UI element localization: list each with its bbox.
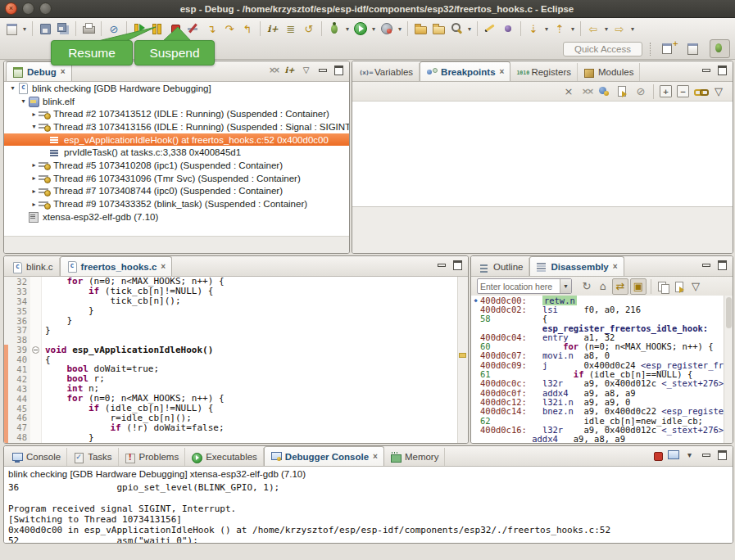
skip-all-breakpoints-icon[interactable]: ⊘ [633, 84, 649, 100]
debug-tree-row[interactable]: xtensa-esp32-elf-gdb (7.10) [4, 210, 349, 224]
collapse-all-icon[interactable]: − [677, 85, 689, 97]
next-annotation-icon[interactable]: ⇣ [525, 20, 542, 37]
minimize-icon[interactable] [699, 63, 713, 77]
export-icon[interactable] [672, 279, 687, 294]
tab-problems[interactable]: Problems [119, 448, 186, 466]
fold-collapse-icon[interactable] [32, 346, 39, 354]
editor-overview-ruler[interactable] [457, 277, 468, 443]
skip-all-breakpoints-icon[interactable]: ⊘ [106, 20, 122, 37]
save-icon[interactable] [37, 20, 53, 37]
back-history-icon[interactable]: ⇦ [585, 20, 601, 37]
tab-disassembly[interactable]: Disassembly× [529, 256, 624, 276]
expander-icon[interactable]: ▸ [29, 161, 39, 169]
expander-icon[interactable]: ▸ [29, 174, 39, 182]
instruction-stepping-mode-icon[interactable]: i+ [283, 63, 297, 77]
maximize-icon[interactable] [715, 448, 729, 462]
window-close-button[interactable]: × [5, 2, 17, 15]
close-icon[interactable]: × [500, 67, 505, 76]
tab-breakpoints[interactable]: Breakpoints× [420, 61, 510, 81]
debug-dropdown-icon[interactable]: ▾ [343, 25, 352, 33]
breakpoints-list[interactable] [352, 102, 733, 206]
close-icon[interactable]: × [161, 262, 166, 271]
window-minimize-button[interactable] [22, 2, 34, 15]
debug-tree-row[interactable]: ▾blink checking [GDB Hardware Debugging] [4, 82, 349, 95]
open-perspective-icon[interactable] [659, 39, 679, 58]
debug-tree-row[interactable]: esp_vApplicationIdleHook() at freertos_h… [4, 133, 349, 147]
sync-with-context-icon[interactable]: ⇄ [612, 278, 628, 295]
refresh-view-icon[interactable]: ↻ [579, 279, 594, 294]
instruction-stepping-icon[interactable]: i+ [265, 20, 281, 37]
expander-icon[interactable]: ▾ [19, 97, 28, 105]
profile-dropdown-icon[interactable]: ▾ [396, 25, 404, 33]
step-over-icon[interactable]: ↷ [221, 20, 238, 37]
expander-icon[interactable]: ▸ [29, 187, 39, 195]
annotation-marker[interactable] [459, 353, 466, 358]
debug-perspective-icon[interactable] [710, 39, 730, 58]
debug-tree-row[interactable]: ▸Thread #7 1073408744 (ipc0) (Suspended … [4, 185, 349, 198]
cpp-perspective-icon[interactable] [684, 39, 705, 58]
previous-annotation-icon[interactable]: ⇡ [551, 20, 568, 37]
close-icon[interactable]: × [61, 67, 66, 76]
mark-occurrences-icon[interactable] [482, 20, 498, 37]
open-resource-icon[interactable] [430, 20, 447, 37]
expand-all-icon[interactable]: + [660, 85, 672, 97]
console-output[interactable]: blink checking [GDB Hardware Debugging] … [4, 467, 733, 543]
open-project-icon[interactable] [412, 20, 429, 37]
run-icon[interactable] [352, 20, 369, 37]
tab-debugger-console[interactable]: Debugger Console× [264, 446, 384, 466]
combo-dropdown-icon[interactable]: ▼ [560, 279, 571, 293]
minimize-icon[interactable] [699, 448, 713, 462]
debug-tree-row[interactable]: ▾blink.elf [4, 95, 349, 108]
maximize-icon[interactable] [715, 63, 729, 77]
debug-tree-row[interactable]: prvIdleTask() at tasks.c:3,338 0x400845d… [4, 146, 349, 159]
debug-tree-row[interactable]: ▾Thread #3 1073413156 (IDLE : Running) (… [4, 120, 349, 133]
search-icon[interactable] [448, 20, 465, 37]
minimize-icon[interactable] [434, 258, 448, 272]
debug-hscrollbar[interactable] [4, 236, 349, 253]
quick-access-input[interactable]: Quick Access [563, 42, 642, 56]
maximize-icon[interactable] [332, 63, 346, 77]
show-debug-sourcelines-icon[interactable]: ≣ [283, 20, 299, 37]
disassembly-scrollbar[interactable] [724, 296, 733, 443]
restart-icon[interactable]: ↺ [301, 20, 317, 37]
remove-all-terminated-icon[interactable]: ×× [266, 63, 280, 77]
resume-icon[interactable] [131, 20, 147, 37]
remove-selected-breakpoints-icon[interactable]: × [560, 84, 577, 100]
minimize-icon[interactable] [699, 258, 713, 272]
view-menu-icon[interactable]: ▽ [710, 84, 727, 100]
expander-icon[interactable]: ▾ [29, 123, 39, 130]
go-to-file-for-breakpoint-icon[interactable] [615, 84, 631, 100]
location-input[interactable]: Enter location here [478, 282, 560, 291]
new-wizard-icon[interactable] [3, 20, 20, 37]
expander-icon[interactable]: ▸ [29, 201, 39, 208]
maximize-icon[interactable] [715, 258, 729, 272]
back-history-dropdown-icon[interactable]: ▾ [602, 25, 610, 33]
tab-registers[interactable]: Registers [510, 63, 578, 81]
step-into-icon[interactable]: ↴ [203, 20, 220, 37]
tab-modules[interactable]: Modules [578, 63, 640, 81]
view-menu-icon[interactable]: ▽ [299, 63, 313, 77]
next-annotation-dropdown-icon[interactable]: ▾ [542, 25, 551, 33]
debug-tree-row[interactable]: ▸Thread #9 1073433352 (blink_task) (Susp… [4, 197, 349, 210]
print-icon[interactable] [80, 20, 97, 37]
view-menu-icon[interactable]: ▽ [688, 279, 703, 294]
window-maximize-button[interactable] [39, 2, 52, 15]
location-combo[interactable]: Enter location here ▼ [477, 278, 572, 294]
tab-console[interactable]: Console [6, 448, 67, 466]
tab-freertos-hooks-c[interactable]: freertos_hooks.c× [60, 256, 173, 276]
search-dropdown-icon[interactable]: ▾ [465, 25, 474, 33]
console-dropdown-icon[interactable]: ▾ [683, 448, 696, 462]
scrollbar-thumb[interactable] [726, 297, 732, 328]
tab-blink-c[interactable]: blink.c [6, 258, 60, 276]
display-selected-console-icon[interactable] [666, 448, 680, 462]
disassembly-code[interactable]: ◆400d0c00: retw.n400d0c02: lsi f0, a0, 2… [471, 296, 724, 443]
tab-tasks[interactable]: Tasks [67, 448, 118, 466]
expander-icon[interactable]: ▸ [29, 111, 39, 118]
tab-executables[interactable]: Executables [185, 448, 264, 466]
previous-annotation-dropdown-icon[interactable]: ▾ [569, 25, 577, 33]
debug-tree[interactable]: ▾blink checking [GDB Hardware Debugging]… [4, 82, 349, 236]
last-edit-location-icon[interactable] [500, 20, 516, 37]
terminate-icon[interactable] [650, 448, 664, 462]
profile-icon[interactable] [379, 20, 395, 37]
forward-history-dropdown-icon[interactable]: ▾ [628, 25, 637, 33]
